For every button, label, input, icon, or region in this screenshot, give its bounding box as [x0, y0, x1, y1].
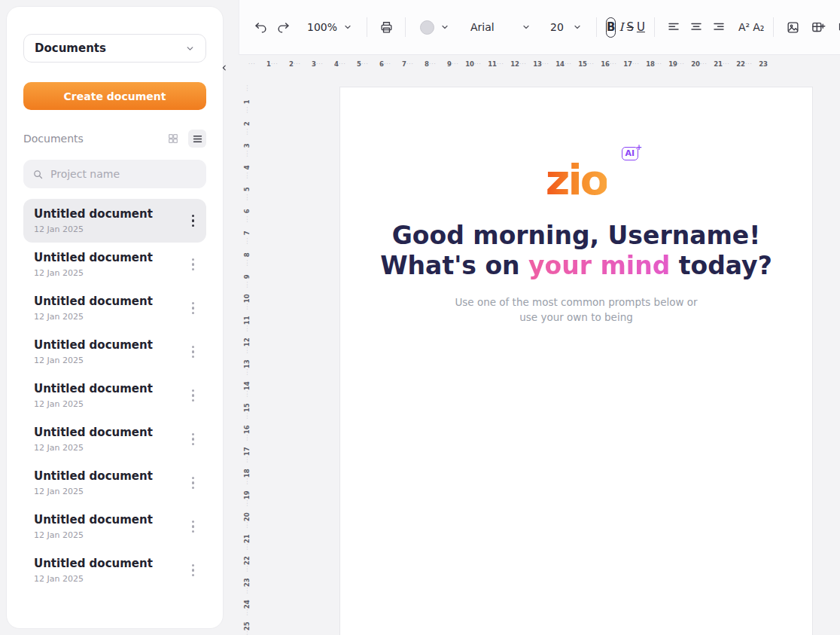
align-right-button[interactable]	[708, 17, 729, 38]
superscript-button[interactable]: A²	[738, 17, 750, 38]
document-meta: Untitled document 12 Jan 2025	[34, 251, 153, 278]
chevron-down-icon	[440, 23, 449, 32]
document-list-header: Documents	[23, 130, 206, 148]
chevron-down-icon	[185, 44, 195, 53]
toolbar-divider	[596, 17, 597, 37]
kebab-menu-icon[interactable]	[186, 298, 201, 319]
document-meta: Untitled document 12 Jan 2025	[34, 426, 153, 453]
document-date: 12 Jan 2025	[34, 224, 153, 234]
ruler-unit: ···17	[242, 434, 251, 456]
document-date: 12 Jan 2025	[34, 487, 153, 496]
subscript-button[interactable]: A₂	[753, 17, 764, 38]
document-date: 12 Jan 2025	[34, 574, 153, 584]
document-list-item[interactable]: Untitled document 12 Jan 2025	[23, 199, 206, 243]
create-document-button[interactable]: Create document	[23, 82, 206, 110]
ruler-unit: ···20	[677, 60, 700, 69]
kebab-menu-icon[interactable]	[186, 210, 201, 232]
toolbar-divider	[367, 17, 367, 37]
document-list-item[interactable]: Untitled document 12 Jan 2025	[23, 330, 206, 374]
document-list-item[interactable]: Untitled document 12 Jan 2025	[23, 417, 206, 461]
subtitle-line1: Use one of the most common prompts below…	[455, 296, 697, 308]
insert-table-button[interactable]	[808, 17, 829, 38]
document-date: 12 Jan 2025	[34, 356, 153, 365]
ruler-unit: ···23	[745, 60, 768, 69]
document-list-item[interactable]: Untitled document 12 Jan 2025	[23, 548, 206, 592]
undo-button[interactable]	[250, 17, 271, 38]
document-list-item[interactable]: Untitled document 12 Jan 2025	[23, 461, 206, 505]
ruler-unit: ···22	[723, 60, 745, 69]
document-meta: Untitled document 12 Jan 2025	[34, 513, 153, 540]
kebab-menu-icon[interactable]	[186, 516, 201, 538]
ruler-unit: ···10	[452, 60, 474, 69]
font-size-select[interactable]: 20	[544, 16, 588, 38]
ruler-unit: ···9	[429, 60, 452, 69]
comment-button[interactable]	[833, 17, 840, 38]
search-bar	[23, 160, 206, 188]
document-page[interactable]: zio AI+ Good morning, Username! What's o…	[339, 87, 813, 635]
text-color-picker[interactable]	[414, 16, 455, 38]
document-list-item[interactable]: Untitled document 12 Jan 2025	[23, 374, 206, 417]
zio-logo-text: zio	[546, 155, 607, 204]
ruler-unit: ···15	[242, 390, 251, 412]
ruler-unit: ···2	[242, 106, 251, 128]
document-date: 12 Jan 2025	[34, 530, 153, 540]
ruler-unit: ···4	[242, 150, 251, 172]
kebab-menu-icon[interactable]	[186, 472, 201, 494]
font-family-select[interactable]: Arial	[464, 16, 537, 38]
ruler-unit: ···6	[361, 60, 384, 69]
sidebar-collapse-button[interactable]	[217, 59, 232, 77]
ruler-unit: ···8	[406, 60, 429, 69]
view-toggle	[164, 130, 206, 148]
toolbar-insert-group	[782, 17, 840, 38]
undo-icon	[254, 20, 268, 35]
ruler-unit: ···11	[474, 60, 497, 69]
list-view-icon[interactable]	[188, 130, 206, 148]
kebab-menu-icon[interactable]	[186, 254, 201, 276]
ruler-unit: ···1	[242, 84, 251, 106]
kebab-menu-icon[interactable]	[186, 385, 201, 407]
ruler-horizontal: ···1···2···3···4···5···6···7···8···9···1…	[248, 60, 768, 69]
ruler-unit: ···5	[339, 60, 361, 69]
document-list-item[interactable]: Untitled document 12 Jan 2025	[23, 505, 206, 548]
align-left-button[interactable]	[663, 17, 684, 38]
ruler-unit: ···10	[242, 281, 251, 303]
grid-view-icon[interactable]	[164, 130, 182, 148]
strikethrough-button[interactable]: S	[626, 17, 634, 38]
workspace-selector[interactable]: Documents	[23, 34, 206, 63]
search-icon	[32, 169, 44, 180]
bold-button[interactable]: B	[606, 17, 616, 38]
underline-button[interactable]: U	[637, 17, 645, 38]
print-button[interactable]	[376, 17, 397, 38]
zoom-value: 100%	[307, 21, 337, 33]
document-title: Untitled document	[34, 382, 153, 395]
italic-button[interactable]: I	[619, 17, 623, 38]
kebab-menu-icon[interactable]	[186, 341, 201, 363]
document-list-item[interactable]: Untitled document 12 Jan 2025	[23, 286, 206, 330]
ruler-unit: ···7	[242, 215, 251, 237]
align-center-button[interactable]	[686, 17, 707, 38]
ruler-unit: ···4	[316, 60, 339, 69]
align-left-icon	[667, 20, 680, 34]
document-title: Untitled document	[34, 426, 153, 439]
ruler-unit: ···16	[587, 60, 610, 69]
zoom-select[interactable]: 100%	[301, 16, 358, 38]
redo-button[interactable]	[272, 17, 294, 38]
ruler-unit: ···5	[242, 172, 251, 194]
greeting-highlight: your mind	[528, 251, 670, 280]
ruler-unit: ···3	[294, 60, 316, 69]
document-list-item[interactable]: Untitled document 12 Jan 2025	[23, 243, 206, 286]
workspace-selector-label: Documents	[35, 41, 106, 55]
document-meta: Untitled document 12 Jan 2025	[34, 469, 153, 496]
kebab-menu-icon[interactable]	[186, 560, 201, 582]
kebab-menu-icon[interactable]	[186, 429, 201, 450]
printer-icon	[379, 20, 394, 35]
chevron-down-icon	[343, 23, 352, 32]
toolbar-divider	[405, 17, 406, 37]
chevron-down-icon	[573, 23, 582, 32]
font-family-value: Arial	[470, 21, 495, 33]
ruler-unit: ···2	[271, 60, 294, 69]
image-button[interactable]	[782, 17, 803, 38]
greeting-heading: Good morning, Username! What's on your m…	[340, 221, 812, 282]
document-title: Untitled document	[34, 338, 153, 352]
search-input[interactable]	[50, 168, 197, 180]
